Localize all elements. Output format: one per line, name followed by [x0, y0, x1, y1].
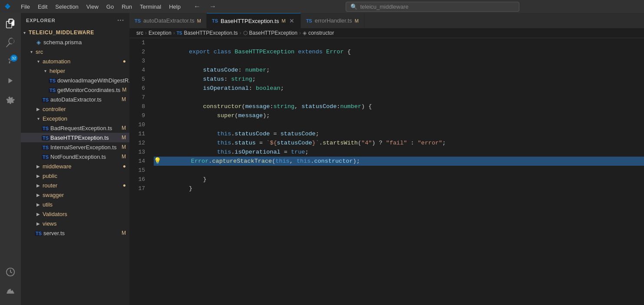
breadcrumb-constructor[interactable]: constructor: [308, 30, 334, 36]
tree-item-downloadImageWithDigestR[interactable]: TS downloadImageWithDigestR... M: [21, 75, 129, 85]
global-search-box[interactable]: 🔍 teleicu_middleware: [346, 2, 519, 12]
menu-selection[interactable]: Selection: [52, 2, 82, 11]
router-arrow: ▶: [35, 183, 42, 188]
server-label: server.ts: [43, 230, 120, 236]
BadRequestException-badge: M: [122, 125, 129, 131]
tree-item-exception[interactable]: ▾ Exception: [21, 114, 129, 123]
swagger-label: swagger: [42, 192, 129, 198]
middleware-arrow: ▶: [35, 164, 42, 169]
activity-extensions[interactable]: [2, 91, 19, 108]
tree-item-server[interactable]: TS server.ts M: [21, 228, 129, 238]
nav-forward[interactable]: →: [207, 2, 219, 11]
line-numbers: 1 2 3 4 5 6 7 8 9 10 11 12 13 14 15 16 1…: [129, 38, 150, 305]
getMonitorCoordinates-badge: M: [122, 87, 129, 93]
tree-item-BaseHTTPException[interactable]: TS BaseHTTPException.ts M: [21, 133, 129, 142]
breadcrumb-sep-0: ›: [145, 30, 147, 36]
tree-item-src[interactable]: ▾ src: [21, 47, 129, 56]
menu-run[interactable]: Run: [118, 2, 135, 11]
menu-view[interactable]: View: [83, 2, 102, 11]
source-control-badge: 32: [10, 55, 17, 62]
line-num-10: 10: [129, 120, 150, 129]
line-num-1: 1: [129, 38, 150, 47]
menu-terminal[interactable]: Terminal: [136, 2, 165, 11]
tree-item-middleware[interactable]: ▶ middleware ●: [21, 161, 129, 171]
controller-arrow: ▶: [35, 107, 42, 112]
tree-item-swagger[interactable]: ▶ swagger: [21, 190, 129, 200]
BadRequestException-label: BadRequestException.ts: [50, 125, 120, 131]
nav-arrows: ← →: [191, 2, 219, 11]
tree-item-NotFoundException[interactable]: TS NotFoundException.ts M: [21, 152, 129, 161]
line-num-8: 8: [129, 102, 150, 111]
tree-item-public[interactable]: ▶ public: [21, 171, 129, 180]
tree-item-autoDataExtractor[interactable]: TS autoDataExtractor.ts M: [21, 95, 129, 104]
tab-errorHandler[interactable]: TS errorHandler.ts M: [301, 13, 364, 28]
activity-run[interactable]: [2, 72, 19, 89]
helper-arrow: ▾: [42, 69, 49, 73]
tab-close-1[interactable]: ✕: [288, 17, 295, 24]
exception-arrow: ▾: [35, 116, 42, 121]
breadcrumb-sep-2: ›: [240, 30, 241, 36]
line-num-9: 9: [129, 111, 150, 120]
activity-source-control[interactable]: 32: [2, 53, 19, 70]
tab-ts-icon-2: TS: [306, 18, 312, 23]
tab-autoDataExtractor[interactable]: TS autoDataExtractor.ts M: [129, 13, 207, 28]
tab-modified-2: M: [355, 18, 359, 23]
activity-remote[interactable]: [2, 263, 19, 281]
tree-item-helper[interactable]: ▾ helper: [21, 66, 129, 75]
tree-item-automation[interactable]: ▾ automation ●: [21, 56, 129, 66]
tree-item-BadRequestException[interactable]: TS BadRequestException.ts M: [21, 123, 129, 133]
lightbulb-icon[interactable]: 💡: [154, 157, 161, 166]
ts-icon-downloadImage: TS: [49, 77, 56, 84]
tree-item-views[interactable]: ▶ views: [21, 219, 129, 228]
views-arrow: ▶: [35, 221, 42, 226]
tree-item-InternalServerException[interactable]: TS InternalServerException.ts M: [21, 142, 129, 152]
line-num-4: 4: [129, 66, 150, 75]
tab-BaseHTTPException[interactable]: TS BaseHTTPException.ts M ✕: [207, 13, 301, 28]
utils-arrow: ▶: [35, 202, 42, 207]
NotFoundException-label: NotFoundException.ts: [50, 154, 120, 160]
server-badge: M: [122, 230, 129, 236]
tree-item-router[interactable]: ▶ router ●: [21, 180, 129, 190]
middleware-badge: ●: [123, 163, 129, 169]
search-area: 🔍 teleicu_middleware: [226, 2, 640, 12]
sidebar-title: EXPLORER: [26, 18, 56, 23]
line-num-5: 5: [129, 75, 150, 84]
search-text: teleicu_middleware: [360, 3, 408, 10]
menu-go[interactable]: Go: [103, 2, 117, 11]
menu-help[interactable]: Help: [165, 2, 184, 11]
Validators-arrow: ▶: [35, 212, 42, 216]
sidebar-menu-button[interactable]: ···: [117, 16, 124, 24]
tree-item-controller[interactable]: ▶ controller: [21, 104, 129, 114]
NotFoundException-badge: M: [122, 154, 129, 160]
menu-edit[interactable]: Edit: [34, 2, 51, 11]
activity-search[interactable]: [2, 34, 19, 51]
exception-label: Exception: [42, 115, 129, 122]
code-content[interactable]: export class BaseHTTPException extends E…: [150, 38, 644, 305]
menu-file[interactable]: File: [17, 2, 33, 11]
nav-back[interactable]: ←: [191, 2, 203, 11]
breadcrumb-class[interactable]: BaseHTTPException: [249, 30, 297, 36]
code-line-1: export class BaseHTTPException extends E…: [154, 38, 644, 47]
vscode-logo: ❖: [4, 3, 10, 11]
router-badge: ●: [123, 182, 129, 188]
tree-item-getMonitorCoordinates[interactable]: TS getMonitorCoordinates.ts M: [21, 85, 129, 95]
main-layout: 32 EXPLORER ··· ▾ TELEICU_MIDDLEWARE: [0, 13, 644, 305]
tree-item-utils[interactable]: ▶ utils: [21, 200, 129, 209]
schema-prisma-label: schema.prisma: [43, 39, 129, 46]
utils-label: utils: [42, 201, 129, 208]
breadcrumb-exception[interactable]: Exception: [149, 30, 172, 36]
activity-explorer[interactable]: [2, 15, 19, 32]
tree-root[interactable]: ▾ TELEICU_MIDDLEWARE: [21, 28, 129, 37]
line-num-13: 13: [129, 148, 150, 157]
breadcrumb-file[interactable]: BaseHTTPException.ts: [184, 30, 238, 36]
breadcrumb-src[interactable]: src: [136, 30, 143, 36]
ts-icon-autoDataExtractor: TS: [42, 96, 50, 103]
ts-icon-getMonitorCoordinates: TS: [49, 87, 56, 93]
InternalServerException-label: InternalServerException.ts: [50, 144, 120, 151]
tree-item-Validators[interactable]: ▶ Validators: [21, 209, 129, 219]
code-editor[interactable]: 1 2 3 4 5 6 7 8 9 10 11 12 13 14 15 16 1…: [129, 38, 644, 305]
tree-item-schema-prisma[interactable]: ◈ schema.prisma: [21, 37, 129, 47]
controller-label: controller: [42, 106, 129, 112]
code-line-14: 💡 Error.captureStackTrace(this, this.con…: [154, 157, 644, 166]
activity-docker[interactable]: [2, 284, 19, 302]
